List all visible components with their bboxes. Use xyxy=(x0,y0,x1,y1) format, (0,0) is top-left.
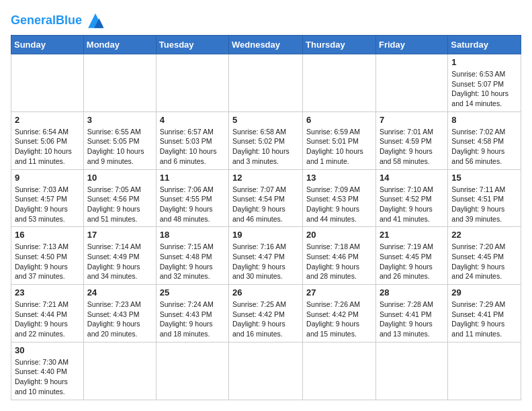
calendar-table: SundayMondayTuesdayWednesdayThursdayFrid… xyxy=(11,35,521,400)
day-number: 28 xyxy=(380,287,444,298)
calendar-day-cell xyxy=(83,54,156,112)
day-number: 18 xyxy=(160,230,225,240)
day-of-week-header: Friday xyxy=(375,36,447,54)
day-number: 7 xyxy=(380,115,444,125)
day-number: 27 xyxy=(306,287,372,298)
day-number: 1 xyxy=(451,57,517,67)
day-number: 17 xyxy=(87,230,152,240)
calendar-day-cell: 7Sunrise: 7:01 AMSunset: 4:59 PMDaylight… xyxy=(375,111,447,169)
day-number: 9 xyxy=(15,173,80,183)
page-header: GeneralBlue xyxy=(11,11,521,30)
calendar-day-cell: 9Sunrise: 7:03 AMSunset: 4:57 PMDaylight… xyxy=(11,169,84,227)
calendar-day-cell: 26Sunrise: 7:25 AMSunset: 4:42 PMDayligh… xyxy=(229,285,303,342)
day-info: Sunrise: 7:19 AMSunset: 4:45 PMDaylight:… xyxy=(380,242,444,281)
day-number: 11 xyxy=(160,173,225,183)
calendar-day-cell: 6Sunrise: 6:59 AMSunset: 5:01 PMDaylight… xyxy=(303,111,376,169)
calendar-day-cell xyxy=(375,342,447,400)
day-info: Sunrise: 7:14 AMSunset: 4:49 PMDaylight:… xyxy=(87,242,152,281)
day-of-week-header: Sunday xyxy=(11,36,84,54)
day-number: 13 xyxy=(306,173,372,183)
day-info: Sunrise: 7:18 AMSunset: 4:46 PMDaylight:… xyxy=(306,242,372,281)
day-info: Sunrise: 7:20 AMSunset: 4:45 PMDaylight:… xyxy=(451,242,517,281)
day-of-week-header: Monday xyxy=(83,36,156,54)
day-info: Sunrise: 7:26 AMSunset: 4:42 PMDaylight:… xyxy=(306,300,372,339)
day-info: Sunrise: 7:10 AMSunset: 4:52 PMDaylight:… xyxy=(380,185,444,224)
calendar-day-cell: 17Sunrise: 7:14 AMSunset: 4:49 PMDayligh… xyxy=(83,227,156,285)
day-number: 2 xyxy=(15,115,80,125)
calendar-week-row: 30Sunrise: 7:30 AMSunset: 4:40 PMDayligh… xyxy=(11,342,521,400)
calendar-day-cell: 20Sunrise: 7:18 AMSunset: 4:46 PMDayligh… xyxy=(303,227,376,285)
calendar-day-cell xyxy=(11,54,84,112)
calendar-day-cell: 21Sunrise: 7:19 AMSunset: 4:45 PMDayligh… xyxy=(375,227,447,285)
calendar-day-cell: 25Sunrise: 7:24 AMSunset: 4:43 PMDayligh… xyxy=(156,285,228,342)
calendar-week-row: 16Sunrise: 7:13 AMSunset: 4:50 PMDayligh… xyxy=(11,227,521,285)
day-number: 21 xyxy=(380,230,444,240)
day-of-week-header: Thursday xyxy=(303,36,376,54)
day-info: Sunrise: 7:28 AMSunset: 4:41 PMDaylight:… xyxy=(380,300,444,339)
calendar-day-cell: 13Sunrise: 7:09 AMSunset: 4:53 PMDayligh… xyxy=(303,169,376,227)
calendar-day-cell xyxy=(156,54,228,112)
day-number: 24 xyxy=(87,287,152,298)
calendar-day-cell xyxy=(448,342,521,400)
day-info: Sunrise: 7:16 AMSunset: 4:47 PMDaylight:… xyxy=(232,242,299,281)
calendar-day-cell: 30Sunrise: 7:30 AMSunset: 4:40 PMDayligh… xyxy=(11,342,84,400)
logo-blue: Blue xyxy=(56,13,82,27)
calendar-day-cell: 24Sunrise: 7:23 AMSunset: 4:43 PMDayligh… xyxy=(83,285,156,342)
day-number: 14 xyxy=(380,173,444,183)
calendar-day-cell xyxy=(303,54,376,112)
calendar-day-cell: 4Sunrise: 6:57 AMSunset: 5:03 PMDaylight… xyxy=(156,111,228,169)
day-info: Sunrise: 6:58 AMSunset: 5:02 PMDaylight:… xyxy=(232,127,299,167)
day-number: 26 xyxy=(232,287,299,298)
calendar-day-cell xyxy=(303,342,376,400)
day-number: 8 xyxy=(451,115,517,125)
calendar-day-cell: 19Sunrise: 7:16 AMSunset: 4:47 PMDayligh… xyxy=(229,227,303,285)
calendar-day-cell: 8Sunrise: 7:02 AMSunset: 4:58 PMDaylight… xyxy=(448,111,521,169)
calendar-day-cell: 10Sunrise: 7:05 AMSunset: 4:56 PMDayligh… xyxy=(83,169,156,227)
day-info: Sunrise: 6:54 AMSunset: 5:06 PMDaylight:… xyxy=(15,127,80,167)
day-info: Sunrise: 7:25 AMSunset: 4:42 PMDaylight:… xyxy=(232,300,299,339)
calendar-day-cell: 18Sunrise: 7:15 AMSunset: 4:48 PMDayligh… xyxy=(156,227,228,285)
calendar-week-row: 9Sunrise: 7:03 AMSunset: 4:57 PMDaylight… xyxy=(11,169,521,227)
calendar-header-row: SundayMondayTuesdayWednesdayThursdayFrid… xyxy=(11,36,521,54)
day-info: Sunrise: 6:55 AMSunset: 5:05 PMDaylight:… xyxy=(87,127,152,167)
day-info: Sunrise: 6:57 AMSunset: 5:03 PMDaylight:… xyxy=(160,127,225,167)
day-number: 5 xyxy=(232,115,299,125)
calendar-day-cell: 11Sunrise: 7:06 AMSunset: 4:55 PMDayligh… xyxy=(156,169,228,227)
day-info: Sunrise: 7:06 AMSunset: 4:55 PMDaylight:… xyxy=(160,185,225,224)
calendar-day-cell: 15Sunrise: 7:11 AMSunset: 4:51 PMDayligh… xyxy=(448,169,521,227)
logo: GeneralBlue xyxy=(11,11,107,30)
day-info: Sunrise: 7:15 AMSunset: 4:48 PMDaylight:… xyxy=(160,242,225,281)
calendar-day-cell: 14Sunrise: 7:10 AMSunset: 4:52 PMDayligh… xyxy=(375,169,447,227)
day-number: 30 xyxy=(15,345,80,355)
day-info: Sunrise: 6:59 AMSunset: 5:01 PMDaylight:… xyxy=(306,127,372,167)
day-number: 25 xyxy=(160,287,225,298)
day-of-week-header: Wednesday xyxy=(229,36,303,54)
day-number: 16 xyxy=(15,230,80,240)
calendar-day-cell: 28Sunrise: 7:28 AMSunset: 4:41 PMDayligh… xyxy=(375,285,447,342)
calendar-day-cell: 5Sunrise: 6:58 AMSunset: 5:02 PMDaylight… xyxy=(229,111,303,169)
calendar-day-cell: 23Sunrise: 7:21 AMSunset: 4:44 PMDayligh… xyxy=(11,285,84,342)
day-info: Sunrise: 7:24 AMSunset: 4:43 PMDaylight:… xyxy=(160,300,225,339)
calendar-week-row: 1Sunrise: 6:53 AMSunset: 5:07 PMDaylight… xyxy=(11,54,521,112)
day-number: 3 xyxy=(87,115,152,125)
day-info: Sunrise: 7:11 AMSunset: 4:51 PMDaylight:… xyxy=(451,185,517,224)
calendar-day-cell xyxy=(229,54,303,112)
day-number: 10 xyxy=(87,173,152,183)
day-info: Sunrise: 7:01 AMSunset: 4:59 PMDaylight:… xyxy=(380,127,444,167)
day-info: Sunrise: 6:53 AMSunset: 5:07 PMDaylight:… xyxy=(451,69,517,109)
calendar-day-cell: 27Sunrise: 7:26 AMSunset: 4:42 PMDayligh… xyxy=(303,285,376,342)
calendar-day-cell xyxy=(156,342,228,400)
calendar-week-row: 2Sunrise: 6:54 AMSunset: 5:06 PMDaylight… xyxy=(11,111,521,169)
day-info: Sunrise: 7:09 AMSunset: 4:53 PMDaylight:… xyxy=(306,185,372,224)
calendar-day-cell xyxy=(229,342,303,400)
calendar-day-cell: 2Sunrise: 6:54 AMSunset: 5:06 PMDaylight… xyxy=(11,111,84,169)
calendar-day-cell xyxy=(83,342,156,400)
calendar-day-cell: 12Sunrise: 7:07 AMSunset: 4:54 PMDayligh… xyxy=(229,169,303,227)
calendar-day-cell: 1Sunrise: 6:53 AMSunset: 5:07 PMDaylight… xyxy=(448,54,521,112)
calendar-day-cell xyxy=(375,54,447,112)
day-number: 12 xyxy=(232,173,299,183)
calendar-week-row: 23Sunrise: 7:21 AMSunset: 4:44 PMDayligh… xyxy=(11,285,521,342)
day-number: 15 xyxy=(451,173,517,183)
calendar-day-cell: 16Sunrise: 7:13 AMSunset: 4:50 PMDayligh… xyxy=(11,227,84,285)
logo-general: General xyxy=(11,13,56,27)
